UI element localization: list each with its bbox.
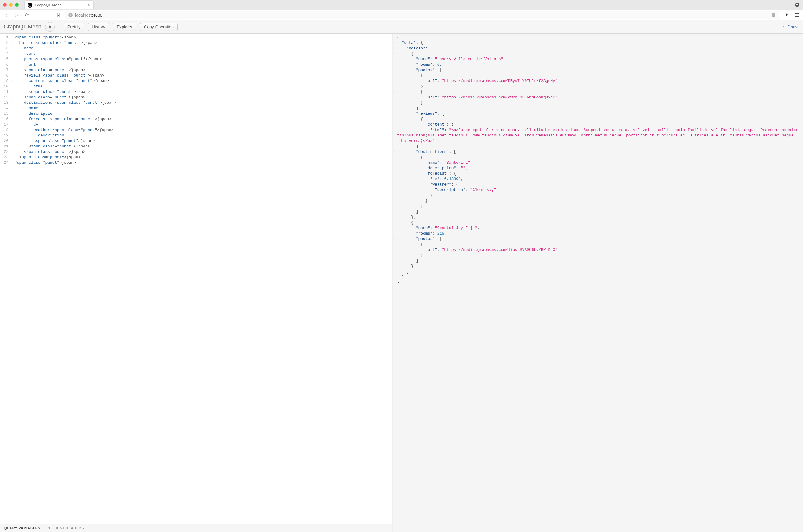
address-bar[interactable]: localhost:4000 [65, 11, 779, 19]
new-tab-button[interactable]: + [96, 1, 103, 8]
bookmark-icon[interactable] [56, 13, 61, 18]
url-port: :4000 [92, 13, 102, 18]
fold-gutter[interactable]: ▾▾▾▾▾▾▾▾ [10, 35, 13, 524]
tab-request-headers[interactable]: REQUEST HEADERS [46, 526, 84, 530]
tab-query-variables[interactable]: QUERY VARIABLES [4, 526, 40, 530]
close-tab-icon[interactable]: × [88, 3, 91, 7]
reload-button[interactable]: ⟳ [24, 12, 30, 18]
prettify-button[interactable]: Prettify [63, 23, 85, 31]
minimize-window-icon[interactable] [9, 3, 13, 7]
main-split: 123456789101112131415161718192021222324 … [0, 34, 803, 532]
browser-tab[interactable]: GraphQL Mesh × [24, 0, 94, 10]
extensions-icon[interactable]: ✦ [784, 12, 790, 18]
query-source[interactable]: <span class="punct">{span> hotels <span … [13, 35, 116, 524]
run-query-button[interactable] [45, 22, 55, 32]
close-window-icon[interactable] [3, 3, 7, 7]
brave-shields-icon[interactable] [771, 13, 776, 18]
query-editor-pane: 123456789101112131415161718192021222324 … [0, 34, 393, 532]
toolbar-separator [59, 22, 59, 32]
forward-button[interactable]: ▷ [13, 12, 19, 18]
explorer-button[interactable]: Explorer [113, 23, 136, 31]
docs-label: Docs [787, 24, 798, 30]
chevron-left-icon: 〈 [781, 24, 785, 30]
editor-bottom-tabs: QUERY VARIABLES REQUEST HEADERS [0, 524, 391, 532]
tab-title: GraphQL Mesh [35, 3, 85, 7]
maximize-window-icon[interactable] [15, 3, 19, 7]
app-title: GraphQL Mesh [4, 24, 41, 30]
result-pane: ▾▾▾▾▾▾▾▾▾▾▾▾▾▾▾▾▾ { "data": { "hotels": … [393, 34, 803, 532]
tabs-dropdown-icon[interactable] [795, 3, 799, 7]
tab-strip: GraphQL Mesh × + [0, 0, 803, 10]
toolbar-row: ◁ ▷ ⟳ localhost:4000 ✦ [0, 10, 803, 20]
history-button[interactable]: History [88, 23, 109, 31]
result-viewer[interactable]: ▾▾▾▾▾▾▾▾▾▾▾▾▾▾▾▾▾ { "data": { "hotels": … [393, 34, 803, 532]
query-editor[interactable]: 123456789101112131415161718192021222324 … [0, 34, 391, 524]
result-source: { "data": { "hotels": [ { "name": "Luxur… [396, 35, 803, 532]
back-button[interactable]: ◁ [3, 12, 9, 18]
site-info-icon[interactable] [69, 13, 73, 17]
line-number-gutter: 123456789101112131415161718192021222324 [0, 35, 10, 524]
browser-chrome: GraphQL Mesh × + ◁ ▷ ⟳ localhost:4000 ✦ [0, 0, 803, 20]
window-controls[interactable] [3, 3, 19, 7]
url-host: localhost [75, 13, 92, 18]
tab-favicon [27, 3, 32, 7]
browser-menu-icon[interactable] [794, 12, 800, 18]
copy-operation-button[interactable]: Copy Operation [140, 23, 178, 31]
graphiql-toolbar: GraphQL Mesh Prettify History Explorer C… [0, 20, 803, 34]
docs-toggle[interactable]: 〈 Docs [776, 20, 799, 33]
